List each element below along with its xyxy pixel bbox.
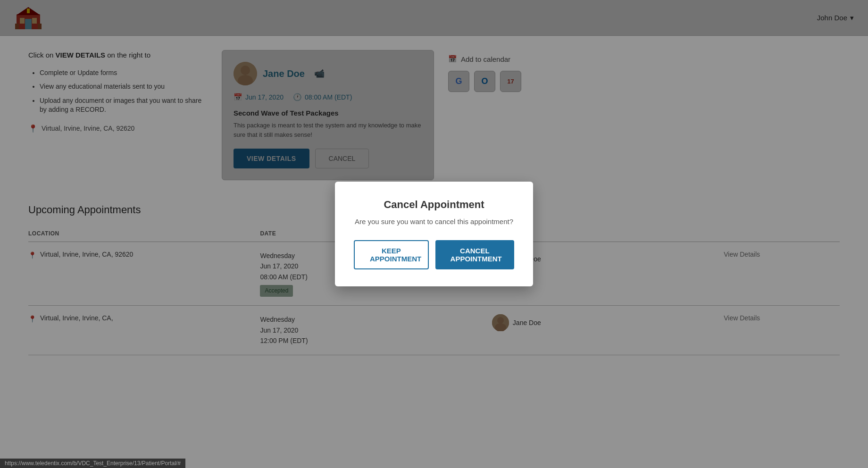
modal-title: Cancel Appointment — [354, 199, 514, 211]
cancel-modal: Cancel Appointment Are you sure you want… — [335, 182, 533, 287]
status-bar: https://www.teledentix.com/b/VDC_Test_En… — [0, 459, 185, 468]
modal-overlay: Cancel Appointment Are you sure you want… — [0, 0, 868, 468]
keep-appointment-button[interactable]: KEEP APPOINTMENT — [354, 240, 429, 269]
status-url: https://www.teledentix.com/b/VDC_Test_En… — [5, 460, 181, 467]
modal-body: Are you sure you want to cancel this app… — [354, 217, 514, 227]
modal-actions: KEEP APPOINTMENT CANCEL APPOINTMENT — [354, 240, 514, 269]
cancel-appointment-confirm-button[interactable]: CANCEL APPOINTMENT — [435, 240, 514, 269]
